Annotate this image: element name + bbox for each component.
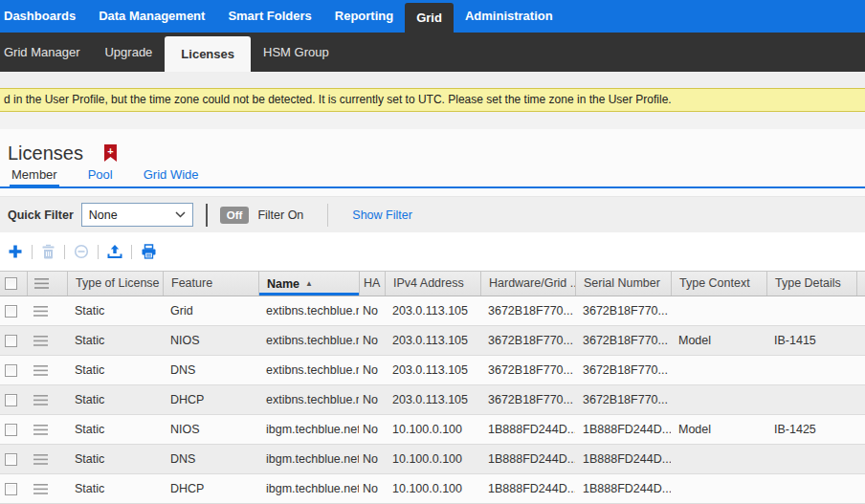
cell-feature: DNS: [163, 445, 258, 473]
cell-feature: NIOS: [163, 326, 258, 355]
quick-filter-bar: Quick Filter None Off Filter On Show Fil…: [0, 196, 865, 232]
cell-feature: DHCP: [163, 385, 258, 414]
table-row[interactable]: Static Grid extibns.techblue.net No 203.…: [0, 296, 865, 326]
cell-hardware-grid: 1B888FD244D...: [480, 445, 575, 473]
cell-type-of-license: Static: [67, 385, 163, 414]
column-header-serial-number[interactable]: Serial Number: [575, 272, 671, 296]
hamburger-menu-icon: [33, 365, 48, 376]
top-navigation: Dashboards Data Management Smart Folders…: [0, 0, 865, 33]
divider: [98, 245, 99, 259]
cell-ha: No: [359, 356, 385, 384]
table-row[interactable]: Static NIOS ibgm.techblue.net No 10.100.…: [0, 415, 865, 445]
column-header-name[interactable]: Name▲: [258, 272, 359, 296]
row-checkbox[interactable]: [5, 483, 17, 495]
hamburger-menu-icon: [33, 484, 48, 494]
filter-on-label: Filter On: [257, 208, 303, 222]
subnav-grid-manager[interactable]: Grid Manager: [0, 33, 92, 72]
divider: [131, 245, 132, 259]
column-header-feature[interactable]: Feature: [163, 272, 258, 296]
table-row[interactable]: Static DHCP extibns.techblue.net No 203.…: [0, 385, 865, 415]
subnav-hsm-group[interactable]: HSM Group: [251, 33, 342, 72]
cell-name: extibns.techblue.net: [258, 296, 359, 325]
subnav-upgrade[interactable]: Upgrade: [92, 33, 165, 72]
nav-grid[interactable]: Grid: [405, 3, 454, 33]
cell-name: ibgm.techblue.net: [258, 415, 359, 444]
hamburger-menu-icon: [33, 395, 48, 405]
quick-filter-dropdown[interactable]: None: [81, 203, 193, 227]
hamburger-menu-icon: [33, 306, 48, 317]
nav-administration[interactable]: Administration: [454, 0, 565, 33]
hamburger-menu-icon: [33, 425, 48, 435]
header-menu-cell[interactable]: [27, 272, 67, 296]
nav-dashboards[interactable]: Dashboards: [0, 0, 87, 33]
nav-reporting[interactable]: Reporting: [323, 0, 405, 33]
chevron-down-icon: [175, 211, 186, 218]
row-menu-cell[interactable]: [27, 454, 67, 465]
nav-smart-folders[interactable]: Smart Folders: [216, 0, 322, 33]
tab-grid-wide[interactable]: Grid Wide: [142, 165, 201, 188]
remove-icon[interactable]: [74, 244, 89, 259]
quick-filter-label: Quick Filter: [8, 208, 74, 222]
table-row[interactable]: Static DNS ibgm.techblue.net No 10.100.0…: [0, 445, 865, 474]
cell-ipv4-address: 203.0.113.105: [385, 385, 480, 414]
delete-icon[interactable]: [41, 244, 55, 259]
cell-type-context: Model: [671, 415, 766, 444]
row-select-cell: [0, 305, 27, 318]
row-checkbox[interactable]: [5, 424, 17, 436]
column-header-type-details[interactable]: Type Details: [766, 272, 856, 296]
spacer-band: [0, 72, 865, 88]
cell-hardware-grid: 3672B18F770...: [480, 385, 575, 414]
row-checkbox[interactable]: [5, 394, 17, 406]
row-menu-cell[interactable]: [27, 336, 67, 346]
row-select-cell: [0, 453, 27, 466]
column-header-type-of-license[interactable]: Type of License: [67, 272, 163, 296]
print-icon[interactable]: [141, 244, 157, 259]
subnav-licenses[interactable]: Licenses: [165, 36, 251, 72]
select-all-checkbox[interactable]: [5, 277, 17, 290]
cell-name: extibns.techblue.net: [258, 385, 359, 414]
cell-type-of-license: Static: [67, 326, 163, 355]
row-checkbox[interactable]: [5, 364, 17, 377]
column-header-ipv4-address[interactable]: IPv4 Address: [385, 272, 480, 296]
cell-feature: DNS: [163, 356, 258, 384]
table-row[interactable]: Static DNS extibns.techblue.net No 203.0…: [0, 356, 865, 385]
cell-ha: No: [359, 415, 385, 444]
cell-hardware-grid: 1B888FD244D...: [480, 415, 575, 444]
upload-icon[interactable]: [107, 244, 122, 259]
table-row[interactable]: Static DHCP ibgm.techblue.net No 10.100.…: [0, 474, 865, 504]
row-menu-cell[interactable]: [27, 365, 67, 376]
tab-pool[interactable]: Pool: [86, 165, 115, 188]
filter-toggle-button[interactable]: Off: [220, 207, 250, 224]
nav-data-management[interactable]: Data Management: [87, 0, 216, 33]
column-header-type-context[interactable]: Type Context: [671, 272, 766, 296]
timezone-warning-banner: d in the User Profile, but the time zone…: [0, 88, 865, 112]
cell-type-context: Model: [671, 326, 766, 355]
cell-serial-number: 3672B18F770...: [575, 356, 671, 384]
tab-member[interactable]: Member: [10, 165, 59, 188]
row-checkbox[interactable]: [5, 305, 17, 318]
cell-hardware-grid: 3672B18F770...: [480, 326, 575, 355]
row-checkbox[interactable]: [5, 453, 17, 466]
row-menu-cell[interactable]: [27, 395, 67, 405]
cell-ha: No: [359, 445, 385, 473]
column-header-ha[interactable]: HA: [359, 272, 385, 296]
row-menu-cell[interactable]: [27, 484, 67, 494]
row-checkbox[interactable]: [5, 335, 17, 347]
cell-name: ibgm.techblue.net: [258, 474, 359, 503]
row-menu-cell[interactable]: [27, 306, 67, 317]
add-icon[interactable]: [8, 244, 23, 259]
quick-filter-value: None: [89, 208, 118, 222]
cell-name: ibgm.techblue.net: [258, 445, 359, 473]
row-select-cell: [0, 335, 27, 347]
cell-type-of-license: Static: [67, 445, 163, 473]
page-header: Licenses +: [0, 129, 865, 165]
column-header-hardware-grid[interactable]: Hardware/Grid ...: [480, 272, 575, 296]
plus-glyph: +: [104, 145, 117, 157]
cell-ipv4-address: 203.0.113.105: [385, 296, 480, 325]
sub-navigation: Grid Manager Upgrade Licenses HSM Group: [0, 33, 865, 72]
bookmark-add-icon[interactable]: +: [104, 144, 117, 162]
row-select-cell: [0, 364, 27, 377]
row-menu-cell[interactable]: [27, 425, 67, 435]
show-filter-link[interactable]: Show Filter: [352, 208, 412, 222]
table-row[interactable]: Static NIOS extibns.techblue.net No 203.…: [0, 326, 865, 356]
